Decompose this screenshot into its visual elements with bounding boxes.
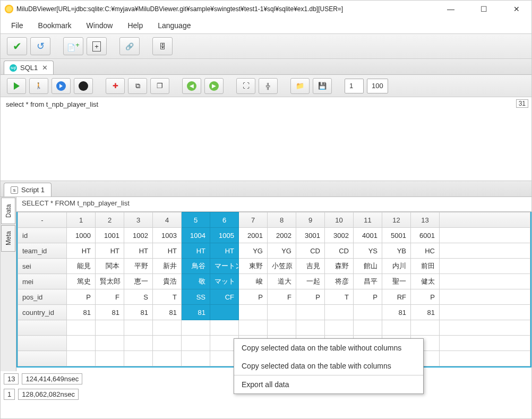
cell[interactable]: 81 [382,305,411,320]
cell[interactable]: 将彦 [325,274,354,289]
cell[interactable]: 関本 [96,259,124,274]
cell[interactable]: 平野 [124,259,153,274]
cell[interactable]: 4001 [354,228,382,243]
cell[interactable]: HT [182,243,210,259]
menu-file[interactable]: File [11,21,23,30]
prev-button[interactable]: ◄ [182,78,201,94]
menu-help[interactable]: Help [127,21,143,30]
copy-button[interactable]: ⧉ [128,78,147,94]
cell[interactable]: 1001 [96,228,124,243]
minimize-button[interactable]: — [440,2,461,16]
cell[interactable]: RF [382,289,411,305]
sidetab-meta[interactable]: Meta [1,225,15,252]
record-button[interactable] [74,78,93,94]
cell[interactable]: P [354,289,382,305]
cell[interactable]: 1000 [67,228,96,243]
cell[interactable]: 1003 [153,228,182,243]
col-header[interactable]: 13 [411,212,440,228]
ctx-copy-no-cols[interactable]: Copy selected data on the table without … [234,339,423,357]
cell[interactable]: 森野 [325,259,354,274]
menu-language[interactable]: Language [158,21,191,30]
cell[interactable] [354,305,382,320]
cell[interactable]: 1005 [210,228,239,243]
run-button[interactable] [7,78,26,94]
cell[interactable]: T [325,289,354,305]
cell[interactable]: 81 [411,305,440,320]
row-header[interactable]: mei [18,274,67,289]
cell[interactable]: 2001 [239,228,268,243]
col-header[interactable]: 9 [296,212,325,228]
cell[interactable]: 新井 [153,259,182,274]
cell[interactable]: 5001 [382,228,411,243]
cell[interactable]: 小笠原 [268,259,296,274]
expand-button[interactable]: ✚ [106,78,125,94]
col-header[interactable]: 12 [382,212,411,228]
cell[interactable]: HT [153,243,182,259]
sql-editor[interactable]: select * from t_npb_player_list 31 [1,97,531,181]
col-header[interactable]: 8 [268,212,296,228]
cell[interactable]: YG [239,243,268,259]
row-header[interactable]: country_id [18,305,67,320]
cell[interactable]: HT [96,243,124,259]
cell[interactable]: 東野 [239,259,268,274]
next-button[interactable]: ► [204,78,224,94]
cell[interactable]: マートン [210,259,239,274]
cell[interactable]: P [67,289,96,305]
cell[interactable]: HT [124,243,153,259]
cell[interactable]: 鳥谷 [182,259,210,274]
explain-button[interactable]: 🚶 [29,78,48,94]
cell[interactable] [210,305,239,320]
cell[interactable] [268,305,296,320]
cell[interactable]: 6001 [411,228,440,243]
col-header[interactable]: 4 [153,212,182,228]
cell[interactable] [296,305,325,320]
menu-bookmark[interactable]: Bookmark [38,21,72,30]
cell[interactable]: 館山 [354,259,382,274]
cell[interactable]: 道大 [268,274,296,289]
cell[interactable]: HT [67,243,96,259]
close-button[interactable]: ✕ [506,2,527,16]
cell[interactable]: YG [268,243,296,259]
paste-button[interactable]: ❐ [150,78,169,94]
cell[interactable]: 敬 [182,274,210,289]
menu-window[interactable]: Window [87,21,113,30]
cell[interactable]: 賢太郎 [96,274,124,289]
ctx-export-all[interactable]: Export all data [234,375,423,394]
cell[interactable]: 3002 [325,228,354,243]
col-header[interactable]: - [18,212,67,228]
col-header[interactable]: 3 [124,212,153,228]
cell[interactable]: 1004 [182,228,210,243]
run-script-button[interactable] [52,78,71,94]
save-button[interactable]: 💾 [313,78,332,94]
open-folder-button[interactable]: 📁 [290,78,310,94]
cell[interactable]: P [411,289,440,305]
cell[interactable]: 昌平 [354,274,382,289]
cell[interactable]: HT [210,243,239,259]
col-header[interactable]: 7 [239,212,268,228]
cell[interactable]: 81 [96,305,124,320]
tab-script1[interactable]: s Script 1 [4,183,52,196]
commit-button[interactable]: ✔ [7,37,27,55]
cell[interactable]: 恵一 [124,274,153,289]
cell[interactable]: F [268,289,296,305]
row-header[interactable]: pos_id [18,289,67,305]
collapse-button[interactable]: ╬ [259,78,278,94]
cell[interactable]: CD [325,243,354,259]
col-header[interactable]: 1 [67,212,96,228]
cell[interactable]: T [153,289,182,305]
sidetab-data[interactable]: Data [1,198,15,224]
cell[interactable]: 健太 [411,274,440,289]
tab-sql1[interactable]: sql SQL1 ✕ [4,61,54,74]
cell[interactable]: 貴浩 [153,274,182,289]
cell[interactable]: 2002 [268,228,296,243]
cell[interactable]: HC [411,243,440,259]
row-header[interactable]: team_id [18,243,67,259]
row-header[interactable]: sei [18,259,67,274]
cell[interactable]: 81 [153,305,182,320]
cell[interactable]: SS [182,289,210,305]
col-header[interactable]: 5 [182,212,210,228]
cell[interactable]: 篤史 [67,274,96,289]
col-header[interactable]: 2 [96,212,124,228]
col-header[interactable]: 11 [354,212,382,228]
cell[interactable]: 峻 [239,274,268,289]
